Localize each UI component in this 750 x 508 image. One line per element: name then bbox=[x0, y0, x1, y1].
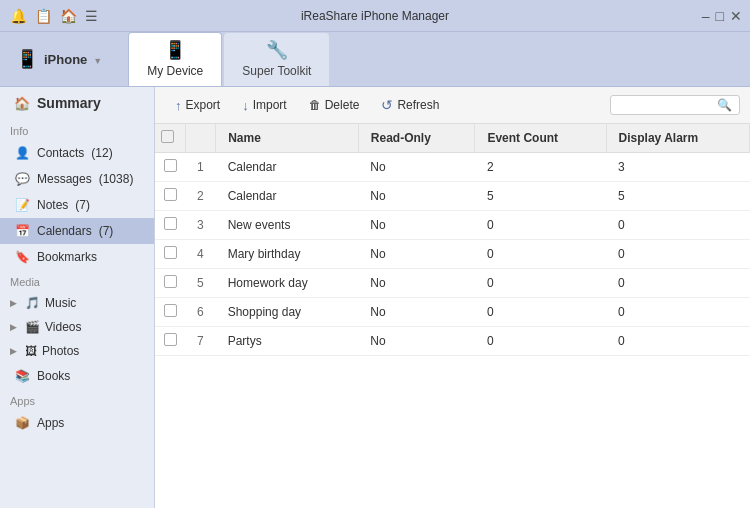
videos-arrow-icon: ▶ bbox=[10, 322, 20, 332]
super-toolkit-icon: 🔧 bbox=[266, 39, 288, 61]
calendars-label: Calendars bbox=[37, 224, 92, 238]
tab-super-toolkit[interactable]: 🔧 Super Toolkit bbox=[224, 33, 329, 86]
row-read-only: No bbox=[358, 327, 475, 356]
row-checkbox-6[interactable] bbox=[164, 333, 177, 346]
row-check bbox=[155, 211, 185, 240]
row-name: New events bbox=[216, 211, 359, 240]
sidebar-item-photos[interactable]: ▶ Photos bbox=[0, 339, 154, 363]
row-checkbox-3[interactable] bbox=[164, 246, 177, 259]
row-read-only: No bbox=[358, 269, 475, 298]
col-read-only[interactable]: Read-Only bbox=[358, 124, 475, 153]
row-display-alarm: 0 bbox=[606, 298, 749, 327]
refresh-button[interactable]: Refresh bbox=[371, 93, 449, 117]
maximize-button[interactable]: □ bbox=[716, 8, 724, 24]
summary-label: Summary bbox=[37, 95, 101, 111]
contacts-icon bbox=[14, 145, 30, 161]
title-bar-left-icons: 🔔 📋 🏠 ☰ bbox=[10, 8, 98, 24]
select-all-checkbox[interactable] bbox=[161, 130, 174, 143]
sidebar-item-calendars[interactable]: Calendars (7) bbox=[0, 218, 154, 244]
col-display-alarm[interactable]: Display Alarm bbox=[606, 124, 749, 153]
search-input[interactable] bbox=[617, 98, 717, 112]
refresh-icon bbox=[381, 97, 393, 113]
sidebar-item-videos[interactable]: ▶ Videos bbox=[0, 315, 154, 339]
table-row: 1 Calendar No 2 3 bbox=[155, 153, 750, 182]
row-num: 5 bbox=[185, 269, 216, 298]
import-button[interactable]: Import bbox=[232, 94, 297, 117]
info-section-header: Info bbox=[0, 119, 154, 140]
delete-button[interactable]: Delete bbox=[299, 94, 370, 116]
tab-super-toolkit-label: Super Toolkit bbox=[242, 64, 311, 78]
sidebar-item-summary[interactable]: Summary bbox=[0, 87, 154, 119]
row-event-count: 0 bbox=[475, 298, 606, 327]
apps-section-header: Apps bbox=[0, 389, 154, 410]
row-checkbox-1[interactable] bbox=[164, 188, 177, 201]
col-event-count[interactable]: Event Count bbox=[475, 124, 606, 153]
row-checkbox-2[interactable] bbox=[164, 217, 177, 230]
device-dropdown-icon[interactable] bbox=[93, 52, 102, 67]
close-button[interactable]: ✕ bbox=[730, 8, 742, 24]
apps-label: Apps bbox=[37, 416, 64, 430]
books-label: Books bbox=[37, 369, 70, 383]
device-name: iPhone bbox=[44, 52, 87, 67]
toolbar: Export Import Delete Refresh bbox=[155, 87, 750, 124]
col-num bbox=[185, 124, 216, 153]
row-display-alarm: 5 bbox=[606, 182, 749, 211]
row-checkbox-4[interactable] bbox=[164, 275, 177, 288]
sidebar-item-apps[interactable]: Apps bbox=[0, 410, 154, 436]
table-row: 4 Mary birthday No 0 0 bbox=[155, 240, 750, 269]
sidebar-item-music[interactable]: ▶ Music bbox=[0, 291, 154, 315]
row-check bbox=[155, 327, 185, 356]
device-bar: iPhone 📱 My Device 🔧 Super Toolkit bbox=[0, 32, 750, 87]
row-num: 6 bbox=[185, 298, 216, 327]
apps-icon bbox=[14, 415, 30, 431]
row-checkbox-0[interactable] bbox=[164, 159, 177, 172]
toolbar-icon-3[interactable]: 🏠 bbox=[60, 8, 77, 24]
photos-arrow-icon: ▶ bbox=[10, 346, 20, 356]
row-checkbox-5[interactable] bbox=[164, 304, 177, 317]
export-button[interactable]: Export bbox=[165, 94, 230, 117]
sidebar-item-books[interactable]: Books bbox=[0, 363, 154, 389]
messages-count: (1038) bbox=[99, 172, 134, 186]
row-check bbox=[155, 240, 185, 269]
music-label: Music bbox=[45, 296, 76, 310]
row-num: 7 bbox=[185, 327, 216, 356]
sidebar-item-bookmarks[interactable]: Bookmarks bbox=[0, 244, 154, 270]
row-read-only: No bbox=[358, 211, 475, 240]
row-display-alarm: 0 bbox=[606, 240, 749, 269]
row-display-alarm: 3 bbox=[606, 153, 749, 182]
photos-icon bbox=[25, 344, 37, 358]
toolbar-icon-1[interactable]: 🔔 bbox=[10, 8, 27, 24]
notes-icon bbox=[14, 197, 30, 213]
col-name[interactable]: Name bbox=[216, 124, 359, 153]
table-row: 7 Partys No 0 0 bbox=[155, 327, 750, 356]
app-title: iReaShare iPhone Manager bbox=[301, 9, 449, 23]
row-num: 1 bbox=[185, 153, 216, 182]
sidebar-item-contacts[interactable]: Contacts (12) bbox=[0, 140, 154, 166]
search-box bbox=[610, 95, 740, 115]
sidebar-item-notes[interactable]: Notes (7) bbox=[0, 192, 154, 218]
minimize-button[interactable]: – bbox=[702, 8, 710, 24]
sidebar: Summary Info Contacts (12) Messages (103… bbox=[0, 87, 155, 508]
row-event-count: 0 bbox=[475, 269, 606, 298]
row-check bbox=[155, 298, 185, 327]
delete-label: Delete bbox=[325, 98, 360, 112]
window-controls: – □ ✕ bbox=[702, 8, 742, 24]
toolbar-icon-2[interactable]: 📋 bbox=[35, 8, 52, 24]
row-check bbox=[155, 153, 185, 182]
tab-my-device[interactable]: 📱 My Device bbox=[128, 32, 222, 86]
contacts-label: Contacts bbox=[37, 146, 84, 160]
toolbar-icon-4[interactable]: ☰ bbox=[85, 8, 98, 24]
import-label: Import bbox=[253, 98, 287, 112]
refresh-label: Refresh bbox=[397, 98, 439, 112]
title-bar: 🔔 📋 🏠 ☰ iReaShare iPhone Manager – □ ✕ bbox=[0, 0, 750, 32]
row-name: Partys bbox=[216, 327, 359, 356]
device-label: iPhone bbox=[0, 32, 118, 86]
row-event-count: 2 bbox=[475, 153, 606, 182]
sidebar-item-messages[interactable]: Messages (1038) bbox=[0, 166, 154, 192]
contacts-count: (12) bbox=[91, 146, 112, 160]
row-event-count: 0 bbox=[475, 240, 606, 269]
notes-label: Notes bbox=[37, 198, 68, 212]
table-row: 2 Calendar No 5 5 bbox=[155, 182, 750, 211]
import-icon bbox=[242, 98, 249, 113]
photos-label: Photos bbox=[42, 344, 79, 358]
